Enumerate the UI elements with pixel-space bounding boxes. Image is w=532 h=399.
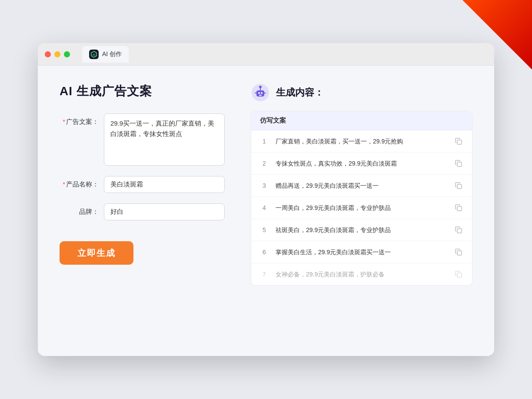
svg-rect-5 — [261, 92, 263, 94]
robot-icon — [251, 83, 270, 102]
brand-label: 品牌： — [60, 203, 99, 216]
row-text: 掌握美白生活，29.9元美白淡斑霜买一送一 — [276, 248, 447, 257]
brand-input[interactable] — [104, 203, 225, 220]
copy-icon[interactable] — [454, 159, 463, 168]
results-title: 生成内容： — [276, 86, 324, 99]
row-number: 1 — [260, 138, 269, 145]
row-number: 4 — [260, 204, 269, 211]
table-row: 6 掌握美白生活，29.9元美白淡斑霜买一送一 — [251, 241, 472, 263]
ad-copy-input[interactable] — [104, 113, 225, 166]
results-header-row: 生成内容： — [251, 83, 472, 102]
copy-icon[interactable] — [454, 247, 463, 257]
table-row: 3 赠品再送，29.9元美白淡斑霜买一送一 — [251, 175, 472, 197]
brand-group: 品牌： — [60, 203, 225, 220]
generate-button[interactable]: 立即生成 — [60, 241, 133, 265]
row-text: 赠品再送，29.9元美白淡斑霜买一送一 — [276, 181, 447, 190]
tab-label: AI 创作 — [102, 50, 122, 58]
row-number: 3 — [260, 182, 269, 189]
row-number: 5 — [260, 226, 269, 233]
svg-rect-6 — [259, 95, 262, 96]
row-number: 7 — [260, 271, 269, 278]
left-panel: AI 生成广告文案 *广告文案： *产品名称： 品牌： 立即生成 — [60, 83, 225, 339]
copy-icon[interactable] — [454, 203, 463, 213]
results-table: 仿写文案 1 厂家直销，美白淡斑霜，买一送一，29.9元抢购 2 专抹女性斑点，… — [251, 111, 472, 286]
svg-rect-11 — [457, 140, 462, 144]
copy-icon[interactable] — [454, 136, 463, 146]
results-list: 1 厂家直销，美白淡斑霜，买一送一，29.9元抢购 2 专抹女性斑点，真实功效，… — [251, 130, 472, 285]
minimize-button[interactable] — [54, 51, 60, 57]
svg-rect-15 — [457, 229, 462, 233]
table-row: 2 专抹女性斑点，真实功效，29.9元美白淡斑霜 — [251, 153, 472, 175]
svg-point-8 — [259, 86, 262, 88]
traffic-lights — [45, 51, 70, 57]
row-text: 一周美白，29.9元美白淡斑霜，专业护肤品 — [276, 203, 447, 213]
ad-copy-label: *广告文案： — [60, 113, 99, 126]
row-text: 厂家直销，美白淡斑霜，买一送一，29.9元抢购 — [276, 137, 447, 146]
product-name-input[interactable] — [104, 176, 225, 193]
svg-rect-12 — [457, 162, 462, 166]
row-text: 祛斑美白，29.9元美白淡斑霜，专业护肤品 — [276, 226, 447, 235]
product-name-group: *产品名称： — [60, 176, 225, 193]
row-text: 女神必备，29.9元美白淡斑霜，护肤必备 — [276, 270, 447, 279]
page-title: AI 生成广告文案 — [60, 83, 225, 100]
browser-titlebar: AI AI 创作 — [38, 43, 494, 66]
close-button[interactable] — [45, 51, 51, 57]
svg-rect-4 — [258, 92, 260, 94]
product-name-label: *产品名称： — [60, 176, 99, 189]
svg-rect-14 — [457, 206, 462, 211]
row-text: 专抹女性斑点，真实功效，29.9元美白淡斑霜 — [276, 159, 447, 168]
table-row: 4 一周美白，29.9元美白淡斑霜，专业护肤品 — [251, 197, 472, 219]
tab-ai-creation[interactable]: AI AI 创作 — [82, 46, 129, 63]
browser-content: AI 生成广告文案 *广告文案： *产品名称： 品牌： 立即生成 — [38, 66, 494, 356]
browser-window: AI AI 创作 AI 生成广告文案 *广告文案： *产品名称： — [38, 43, 494, 356]
table-row: 1 厂家直销，美白淡斑霜，买一送一，29.9元抢购 — [251, 130, 472, 153]
required-star-ad: * — [63, 118, 65, 125]
svg-rect-17 — [457, 273, 462, 277]
table-row: 5 祛斑美白，29.9元美白淡斑霜，专业护肤品 — [251, 219, 472, 241]
table-row: 7 女神必备，29.9元美白淡斑霜，护肤必备 — [251, 263, 472, 285]
row-number: 2 — [260, 160, 269, 167]
ai-tab-icon: AI — [89, 50, 99, 59]
maximize-button[interactable] — [64, 51, 70, 57]
svg-text:AI: AI — [93, 53, 95, 56]
results-table-header: 仿写文案 — [251, 111, 472, 130]
ad-copy-group: *广告文案： — [60, 113, 225, 166]
copy-icon[interactable] — [454, 225, 463, 235]
svg-rect-13 — [457, 184, 462, 189]
svg-rect-16 — [457, 251, 462, 255]
right-panel: 生成内容： 仿写文案 1 厂家直销，美白淡斑霜，买一送一，29.9元抢购 2 专… — [251, 83, 472, 339]
row-number: 6 — [260, 249, 269, 256]
copy-icon[interactable] — [454, 181, 463, 190]
copy-icon[interactable] — [454, 269, 463, 279]
required-star-product: * — [63, 180, 65, 188]
